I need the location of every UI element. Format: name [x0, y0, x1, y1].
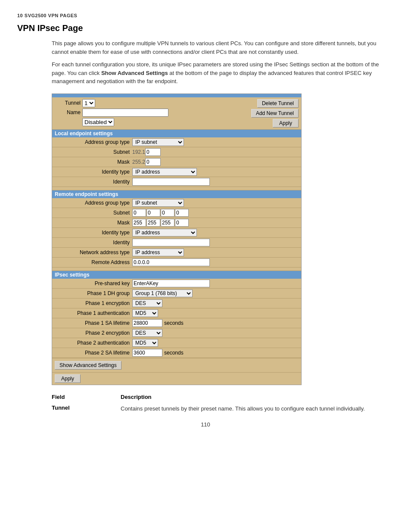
- apply-row: Apply: [52, 372, 301, 385]
- name-row: Name: [55, 109, 249, 117]
- phase1-authentication-row: Phase 1 authentication MD5 SHA1: [52, 308, 301, 318]
- remote-mask-o4[interactable]: [175, 219, 189, 227]
- field-desc: Contains preset tunnels by their preset …: [121, 404, 379, 413]
- local-address-group-type-label: Address group type: [55, 139, 132, 145]
- phase2-sa-lifetime-row: Phase 2 SA lifetime seconds: [52, 348, 301, 358]
- remote-mask-o1[interactable]: [132, 219, 146, 227]
- phase2-encryption-select[interactable]: DES 3DES AES: [132, 329, 162, 337]
- phase2-sa-lifetime-unit: seconds: [164, 350, 184, 356]
- remote-mask-o2[interactable]: [146, 219, 160, 227]
- vpn-panel: Tunnel 1 2 3 Name Disabled Enabled De: [52, 93, 302, 385]
- local-subnet-label: Subnet: [55, 149, 132, 155]
- remote-identity-type-label: Identity type: [55, 230, 132, 236]
- local-mask-fields: 255.255.255: [132, 158, 161, 166]
- field-table: Field Description Tunnel Contains preset…: [52, 394, 379, 413]
- top-controls-left: Tunnel 1 2 3 Name Disabled Enabled: [55, 99, 249, 126]
- phase1-dh-group-row: Phase 1 DH group Group 1 (768 bits) Grou…: [52, 289, 301, 299]
- phase1-authentication-label: Phase 1 authentication: [55, 310, 132, 316]
- show-advanced-row: Show Advanced Settings: [52, 358, 301, 372]
- pre-shared-key-input[interactable]: [132, 280, 210, 287]
- desc-col-header: Description: [121, 394, 379, 400]
- remote-network-address-type-label: Network address type: [55, 249, 132, 255]
- tunnel-label: Tunnel: [55, 100, 81, 106]
- phase1-encryption-select[interactable]: DES 3DES AES: [132, 299, 162, 307]
- phase1-sa-lifetime-label: Phase 1 SA lifetime: [55, 320, 132, 326]
- apply-top-button[interactable]: Apply: [273, 119, 299, 128]
- remote-endpoint-header: Remote endpoint settings: [52, 190, 301, 198]
- remote-identity-label: Identity: [55, 240, 132, 246]
- local-subnet-row: Subnet 192.168.0: [52, 147, 301, 157]
- field-col-header: Field: [52, 394, 121, 400]
- remote-mask-o3[interactable]: [161, 219, 174, 227]
- local-identity-input[interactable]: [132, 178, 210, 186]
- phase2-encryption-label: Phase 2 encryption: [55, 330, 132, 336]
- name-input[interactable]: [82, 109, 168, 117]
- phase2-sa-lifetime-label: Phase 2 SA lifetime: [55, 350, 132, 356]
- spacer-remote: [52, 268, 301, 271]
- local-address-group-type-row: Address group type IP subnet IP address: [52, 137, 301, 147]
- remote-address-group-type-label: Address group type: [55, 200, 132, 206]
- page-number: 110: [17, 421, 394, 428]
- local-identity-type-select[interactable]: IP address Domain name: [132, 168, 197, 176]
- remote-subnet-o4[interactable]: [175, 209, 189, 217]
- status-select[interactable]: Disabled Enabled: [82, 118, 114, 126]
- ipsec-settings-header: IPsec settings: [52, 271, 301, 279]
- remote-address-group-type-row: Address group type IP subnet IP address: [52, 198, 301, 208]
- local-mask-row: Mask 255.255.255: [52, 157, 301, 167]
- phase2-encryption-row: Phase 2 encryption DES 3DES AES: [52, 328, 301, 338]
- spacer-local: [52, 187, 301, 190]
- delete-tunnel-button[interactable]: Delete Tunnel: [257, 99, 299, 108]
- remote-identity-type-select[interactable]: IP address Domain name: [132, 229, 197, 236]
- phase1-dh-group-select[interactable]: Group 1 (768 bits) Group 2 (1024 bits): [132, 289, 193, 297]
- remote-subnet-o1[interactable]: [132, 209, 146, 217]
- phase2-sa-lifetime-input[interactable]: [132, 349, 162, 357]
- remote-identity-row: Identity: [52, 238, 301, 248]
- tunnel-select[interactable]: 1 2 3: [82, 99, 95, 107]
- add-new-tunnel-button[interactable]: Add New Tunnel: [251, 109, 299, 118]
- name-label: Name: [55, 109, 81, 115]
- local-identity-label: Identity: [55, 179, 132, 185]
- local-identity-type-label: Identity type: [55, 169, 132, 175]
- remote-address-group-type-select[interactable]: IP subnet IP address: [132, 199, 184, 207]
- local-mask-prefix: 255.255.255: [132, 159, 144, 165]
- apply-bottom-button[interactable]: Apply: [55, 374, 81, 383]
- pre-shared-key-label: Pre-shared key: [55, 280, 132, 286]
- phase1-sa-lifetime-input[interactable]: [132, 319, 162, 327]
- remote-subnet-row: Subnet: [52, 208, 301, 218]
- pre-shared-key-row: Pre-shared key: [52, 279, 301, 289]
- phase1-sa-lifetime-row: Phase 1 SA lifetime seconds: [52, 318, 301, 328]
- local-endpoint-header: Local endpoint settings: [52, 130, 301, 137]
- remote-network-address-type-select[interactable]: IP address Domain name: [132, 249, 184, 256]
- remote-mask-fields: [132, 219, 189, 227]
- show-advanced-button[interactable]: Show Advanced Settings: [55, 361, 121, 370]
- phase1-authentication-select[interactable]: MD5 SHA1: [132, 309, 158, 317]
- tunnel-row: Tunnel 1 2 3: [55, 99, 249, 107]
- phase2-authentication-select[interactable]: MD5 SHA1: [132, 339, 158, 347]
- remote-subnet-fields: [132, 209, 189, 217]
- top-controls: Tunnel 1 2 3 Name Disabled Enabled De: [52, 97, 301, 130]
- page-title: VPN IPsec Page: [17, 23, 394, 33]
- local-identity-row: Identity: [52, 177, 301, 187]
- local-subnet-last-input[interactable]: [145, 148, 161, 156]
- remote-address-row: Remote Address: [52, 258, 301, 268]
- top-controls-right: Delete Tunnel Add New Tunnel Apply: [251, 99, 299, 128]
- chapter-label: 10 SVG2500 VPN PAGES: [17, 13, 394, 18]
- local-address-group-type-select[interactable]: IP subnet IP address: [132, 138, 184, 146]
- local-subnet-fields: 192.168.0: [132, 148, 161, 156]
- table-row: Tunnel Contains preset tunnels by their …: [52, 404, 379, 413]
- intro-para2: For each tunnel configuration you store,…: [52, 60, 394, 86]
- status-row: Disabled Enabled: [55, 118, 249, 126]
- remote-address-label: Remote Address: [55, 259, 132, 265]
- remote-subnet-label: Subnet: [55, 210, 132, 216]
- remote-identity-input[interactable]: [132, 239, 210, 246]
- phase2-authentication-row: Phase 2 authentication MD5 SHA1: [52, 338, 301, 348]
- remote-address-input[interactable]: [132, 258, 210, 266]
- phase1-dh-group-label: Phase 1 DH group: [55, 290, 132, 296]
- remote-subnet-o3[interactable]: [161, 209, 174, 217]
- phase1-encryption-label: Phase 1 encryption: [55, 300, 132, 306]
- local-subnet-prefix: 192.168.0: [132, 149, 144, 155]
- local-mask-last-input[interactable]: [145, 158, 161, 166]
- intro-para1: This page allows you to configure multip…: [52, 39, 394, 56]
- remote-subnet-o2[interactable]: [146, 209, 160, 217]
- local-mask-label: Mask: [55, 159, 132, 165]
